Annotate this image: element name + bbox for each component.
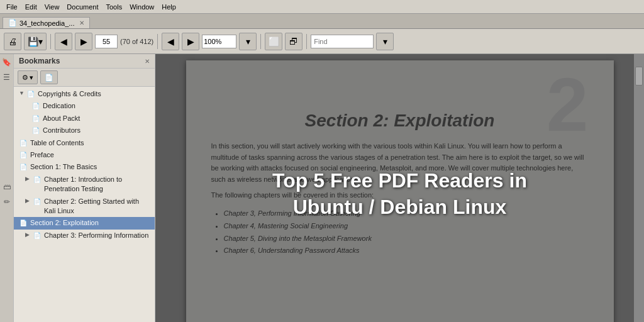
bookmarks-panel-icon[interactable]: 🔖 bbox=[1, 57, 13, 68]
bookmark-label: Dedication bbox=[43, 101, 152, 111]
separator-3 bbox=[260, 34, 261, 49]
bookmark-copyrights[interactable]: ▼ 📄 Copyrights & Credits bbox=[14, 88, 155, 100]
chapter-title: Understanding Password Attacks bbox=[258, 247, 360, 254]
bookmark-about-packt[interactable]: 📄 About Packt bbox=[14, 113, 155, 125]
zoom-input[interactable] bbox=[202, 35, 236, 48]
section-number: 2 bbox=[547, 67, 589, 142]
search-go-button[interactable]: ▾ bbox=[376, 33, 394, 50]
menu-tools[interactable]: Tools bbox=[103, 2, 126, 12]
bookmark-icon: 📄 bbox=[26, 90, 35, 99]
menu-edit[interactable]: Edit bbox=[21, 2, 41, 12]
tab-close-icon[interactable]: ✕ bbox=[79, 19, 84, 26]
bookmark-icon: 📄 bbox=[31, 114, 40, 123]
menu-window[interactable]: Window bbox=[126, 2, 158, 12]
intro-paragraph: In this section, you will start actively… bbox=[211, 141, 589, 185]
bookmark-label: Section 2: Exploitation bbox=[30, 218, 152, 228]
zoom-out-button[interactable]: ◀ bbox=[162, 33, 179, 50]
separator-4 bbox=[306, 34, 307, 49]
search-input[interactable] bbox=[311, 35, 374, 48]
bookmark-label: Chapter 1: Introduction to Penetration T… bbox=[44, 175, 152, 194]
add-bookmark-button[interactable]: 📄 bbox=[40, 70, 58, 84]
chapter-label: Chapter 5, bbox=[224, 235, 258, 242]
page-content: 2 Section 2: Exploitation In this sectio… bbox=[186, 60, 614, 270]
menu-file[interactable]: File bbox=[3, 2, 21, 12]
save-button[interactable]: 💾▾ bbox=[24, 33, 47, 50]
expand-icon: ▶ bbox=[25, 175, 31, 183]
list-item: Chapter 4, Mastering Social Engineering bbox=[224, 220, 589, 233]
prev-page-button[interactable]: ◀ bbox=[55, 33, 72, 50]
bookmark-icon: 📄 bbox=[33, 197, 42, 206]
bookmark-label: Chapter 3: Performing Information bbox=[44, 231, 152, 240]
pdf-viewer[interactable]: 2 Section 2: Exploitation In this sectio… bbox=[155, 54, 644, 322]
bookmark-section1[interactable]: 📄 Section 1: The Basics bbox=[14, 161, 155, 173]
bookmark-section2[interactable]: 📄 Section 2: Exploitation bbox=[14, 217, 155, 229]
bookmark-chapter3[interactable]: ▶ 📄 Chapter 3: Performing Information bbox=[14, 230, 155, 242]
section-title: Section 2: Exploitation bbox=[211, 111, 589, 131]
bookmark-contributors[interactable]: 📄 Contributors bbox=[14, 125, 155, 136]
bookmark-chapter1[interactable]: ▶ 📄 Chapter 1: Introduction to Penetrati… bbox=[14, 174, 155, 196]
chapter-label: Chapter 6, bbox=[224, 247, 258, 254]
menu-bar: File Edit View Document Tools Window Hel… bbox=[0, 0, 644, 14]
chapter-list: Chapter 3, Performing Information Gather… bbox=[224, 208, 589, 257]
tab-bar: 📄 34_techopedia_... ✕ bbox=[0, 14, 644, 29]
bookmark-icon: 📄 bbox=[19, 139, 28, 148]
bookmark-label: Section 1: The Basics bbox=[30, 162, 152, 172]
section-body: In this section, you will start actively… bbox=[211, 141, 589, 201]
bookmark-label: Contributors bbox=[43, 126, 152, 135]
print-button[interactable]: 🖨 bbox=[4, 33, 21, 50]
toolbar: 🖨 💾▾ ◀ ▶ (70 of 412) ◀ ▶ ▾ ⬜ 🗗 ▾ bbox=[0, 29, 644, 54]
zoom-in-button[interactable]: ▶ bbox=[182, 33, 199, 50]
page-total-label: (70 of 412) bbox=[120, 38, 153, 45]
expand-icon: ▶ bbox=[25, 197, 31, 205]
bookmark-label: About Packt bbox=[43, 114, 152, 123]
bookmark-dedication[interactable]: 📄 Dedication bbox=[14, 100, 155, 112]
bookmark-list: ▼ 📄 Copyrights & Credits 📄 Dedication 📄 … bbox=[14, 87, 155, 322]
chapter-label: Chapter 3, bbox=[224, 209, 258, 217]
bookmark-label: Copyrights & Credits bbox=[38, 89, 152, 99]
following-paragraph: The following chapters will be covered i… bbox=[211, 190, 589, 201]
bookmark-preface[interactable]: 📄 Preface bbox=[14, 149, 155, 161]
document-tab[interactable]: 📄 34_techopedia_... ✕ bbox=[3, 17, 90, 28]
bookmark-label: Chapter 2: Getting Started with Kali Lin… bbox=[44, 197, 152, 216]
main-area: 🔖 ☰ 🗃 ✏ Bookmarks ✕ ⚙ ▾ 📄 ▼ 📄 Copyrights… bbox=[0, 54, 644, 322]
add-icon: 📄 bbox=[45, 74, 53, 82]
bookmark-options-button[interactable]: ⚙ ▾ bbox=[18, 70, 38, 84]
bookmark-label: Preface bbox=[30, 150, 152, 160]
page-number-input[interactable] bbox=[95, 35, 118, 48]
bookmark-icon: 📄 bbox=[31, 102, 40, 111]
bookmark-icon: 📄 bbox=[33, 231, 42, 240]
expand-icon: ▼ bbox=[19, 89, 25, 97]
annotations-icon[interactable]: ✏ bbox=[1, 196, 13, 208]
pages-icon[interactable]: 🗃 bbox=[1, 181, 13, 192]
separator-1 bbox=[50, 34, 51, 49]
fit-width-button[interactable]: ⬜ bbox=[265, 33, 282, 50]
list-item: Chapter 6, Understanding Password Attack… bbox=[224, 245, 589, 257]
pdf-page: 2 Section 2: Exploitation In this sectio… bbox=[186, 60, 614, 322]
fit-page-button[interactable]: 🗗 bbox=[285, 33, 303, 50]
sidebar-title: Bookmarks bbox=[19, 57, 60, 65]
chapter-label: Chapter 4, bbox=[224, 222, 258, 230]
options-icon: ⚙ bbox=[22, 74, 28, 82]
layers-icon[interactable]: ☰ bbox=[1, 72, 13, 83]
bookmark-toc[interactable]: 📄 Table of Contents bbox=[14, 137, 155, 149]
sidebar-header: Bookmarks ✕ bbox=[14, 54, 155, 69]
sidebar-toolbar: ⚙ ▾ 📄 bbox=[14, 69, 155, 87]
bookmark-label: Table of Contents bbox=[30, 138, 152, 148]
menu-help[interactable]: Help bbox=[158, 2, 180, 12]
menu-document[interactable]: Document bbox=[63, 2, 102, 12]
bookmark-icon: 📄 bbox=[33, 175, 42, 184]
bookmark-chapter2[interactable]: ▶ 📄 Chapter 2: Getting Started with Kali… bbox=[14, 196, 155, 218]
zoom-menu-button[interactable]: ▾ bbox=[239, 33, 257, 50]
chapter-title: Mastering Social Engineering bbox=[258, 222, 348, 230]
chapter-title: Performing Information Gathering bbox=[258, 209, 360, 217]
separator-2 bbox=[157, 34, 158, 49]
sidebar: Bookmarks ✕ ⚙ ▾ 📄 ▼ 📄 Copyrights & Credi… bbox=[14, 54, 155, 322]
menu-view[interactable]: View bbox=[41, 2, 64, 12]
expand-icon: ▶ bbox=[25, 231, 31, 239]
scrollbar-thumb[interactable] bbox=[635, 67, 643, 86]
options-arrow: ▾ bbox=[30, 74, 33, 82]
scrollbar[interactable] bbox=[634, 54, 644, 322]
sidebar-close-button[interactable]: ✕ bbox=[145, 58, 150, 65]
next-page-button[interactable]: ▶ bbox=[75, 33, 92, 50]
tab-icon: 📄 bbox=[8, 19, 17, 27]
